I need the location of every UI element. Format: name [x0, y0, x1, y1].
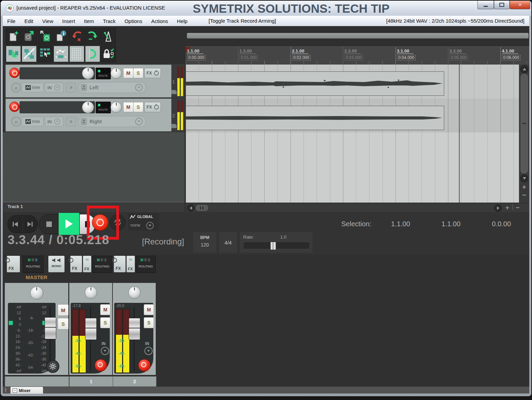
- selection-length[interactable]: 0.0.00: [492, 220, 511, 228]
- docker-close-icon[interactable]: ×: [13, 388, 17, 393]
- strip1-input-label[interactable]: IN: [102, 341, 106, 346]
- pan-knob[interactable]: [110, 68, 122, 79]
- close-button[interactable]: ✕: [510, 1, 530, 9]
- minimize-button[interactable]: [477, 1, 494, 9]
- strip2-input-dropdown-icon[interactable]: [144, 347, 153, 355]
- horizontal-scrollbar[interactable]: + | −: [186, 203, 529, 212]
- menu-options[interactable]: Options: [120, 18, 147, 24]
- go-to-start-button[interactable]: [8, 216, 23, 233]
- scroll-up-button[interactable]: [520, 65, 528, 73]
- trim-envelope-button[interactable]: trim: [22, 117, 44, 126]
- menu-edit[interactable]: Edit: [20, 18, 38, 24]
- record-arm-button[interactable]: [9, 68, 20, 78]
- master-strip-label[interactable]: MASTER: [5, 274, 68, 282]
- input-dropdown-icon[interactable]: [135, 118, 143, 125]
- fx-power-icon[interactable]: [154, 105, 159, 110]
- menu-item[interactable]: Item: [80, 18, 98, 24]
- mute-button[interactable]: M: [123, 102, 133, 112]
- new-project-button[interactable]: [6, 28, 21, 45]
- menu-file[interactable]: File: [3, 18, 20, 24]
- open-project-button[interactable]: [22, 28, 37, 45]
- record-input-selector[interactable]: INFX Left: [79, 82, 146, 93]
- strip1-mute-button[interactable]: M: [100, 304, 110, 315]
- input-dropdown-icon[interactable]: [135, 84, 143, 91]
- strip1-number-box[interactable]: 1: [69, 376, 113, 387]
- route-button[interactable]: ROUTE: [96, 102, 111, 113]
- stop-button[interactable]: [39, 214, 59, 234]
- menu-track[interactable]: Track: [98, 18, 120, 24]
- media-item-track2[interactable]: [186, 106, 444, 130]
- automation-dropdown-icon[interactable]: [146, 222, 154, 229]
- scroll-down-button[interactable]: [520, 174, 528, 182]
- zoom-out-button[interactable]: −: [514, 204, 521, 211]
- input-fx-icon[interactable]: INFX: [81, 118, 87, 125]
- strip2-inputfx-button[interactable]: IN FX: [127, 256, 135, 272]
- time-signature-box[interactable]: 4/4: [219, 232, 237, 253]
- solo-button[interactable]: S: [133, 102, 143, 112]
- lock-settings-button[interactable]: [101, 46, 116, 62]
- record-input-selector[interactable]: INFX Right: [79, 116, 146, 127]
- play-button[interactable]: [59, 213, 79, 235]
- bpm-value[interactable]: 120: [193, 242, 216, 248]
- master-fader[interactable]: [45, 317, 56, 339]
- transport-position[interactable]: 3.3.44 / 0:05.218: [8, 233, 109, 247]
- input-monitor-button[interactable]: IN: [45, 83, 63, 92]
- strip1-routing-button[interactable]: MRS ROUTING: [92, 256, 112, 273]
- track-lanes-icon[interactable]: [172, 125, 176, 128]
- env-arrow-button[interactable]: >: [66, 83, 76, 92]
- maximize-button[interactable]: [494, 1, 510, 9]
- menu-actions[interactable]: Actions: [147, 18, 173, 24]
- solo-button[interactable]: S: [133, 68, 143, 78]
- save-project-button[interactable]: [38, 28, 53, 45]
- arrange-area[interactable]: [186, 65, 519, 203]
- rate-box[interactable]: Rate: 1.0: [240, 232, 312, 253]
- vertical-scroll-thumb[interactable]: [521, 74, 528, 173]
- mute-button[interactable]: M: [123, 68, 133, 78]
- zoom-in-button[interactable]: +: [504, 204, 511, 211]
- menu-view[interactable]: View: [38, 18, 58, 24]
- strip2-mute-button[interactable]: M: [144, 304, 154, 315]
- strip2-solo-button[interactable]: S: [144, 317, 154, 328]
- media-item-track1[interactable]: [186, 71, 444, 96]
- strip1-fader[interactable]: [85, 318, 97, 340]
- fx-button[interactable]: FX: [144, 102, 161, 112]
- strip1-record-arm-button[interactable]: [95, 359, 107, 372]
- track-lanes-icon[interactable]: [172, 91, 176, 94]
- go-to-end-button[interactable]: [23, 216, 38, 233]
- input-monitor-button[interactable]: IN: [45, 117, 63, 126]
- rate-value[interactable]: 1.0: [280, 235, 286, 240]
- master-mono-button[interactable]: MONO: [48, 256, 64, 272]
- fx-button[interactable]: FX: [144, 68, 161, 78]
- master-settings-button[interactable]: [46, 360, 59, 373]
- strip1-solo-button[interactable]: S: [100, 317, 110, 328]
- global-automation-mode[interactable]: none: [130, 222, 140, 228]
- master-solo-button[interactable]: S: [58, 318, 69, 330]
- horizontal-scroll-thumb[interactable]: [196, 205, 208, 211]
- autocrossfade-button[interactable]: [6, 46, 21, 62]
- mouse-modifier-button[interactable]: [38, 46, 53, 62]
- input-fx-icon[interactable]: INFX: [81, 84, 87, 91]
- master-fx-button[interactable]: FX: [7, 256, 20, 272]
- project-settings-button[interactable]: [54, 28, 69, 45]
- strip2-fader[interactable]: [129, 318, 140, 340]
- selection-start[interactable]: 1.1.00: [391, 220, 410, 228]
- strip2-pan-knob[interactable]: [128, 286, 141, 299]
- title-bar[interactable]: SYMETRIX SOLUTIONS: TECH TIP [unsaved pr…: [1, 1, 531, 16]
- scroll-right-button[interactable]: [494, 204, 502, 212]
- master-mute-button[interactable]: M: [58, 304, 69, 316]
- rate-slider-handle[interactable]: [270, 242, 276, 250]
- strip1-input-dropdown-icon[interactable]: [101, 347, 109, 355]
- arrange-top-scrollbar[interactable]: [187, 33, 529, 38]
- bpm-box[interactable]: BPM 120: [193, 232, 216, 253]
- menu-insert[interactable]: Insert: [58, 18, 80, 24]
- record-arm-button[interactable]: [9, 102, 20, 112]
- undo-button[interactable]: [69, 28, 84, 45]
- redo-button[interactable]: [85, 28, 100, 45]
- pan-knob[interactable]: [110, 102, 122, 113]
- route-button[interactable]: ROUTE: [96, 68, 111, 79]
- volume-knob[interactable]: [82, 67, 94, 79]
- rate-slider[interactable]: [244, 242, 309, 249]
- strip2-record-arm-button[interactable]: [138, 359, 151, 372]
- ripple-edit-button[interactable]: [85, 46, 100, 62]
- global-automation-panel[interactable]: GLOBAL none: [128, 213, 159, 231]
